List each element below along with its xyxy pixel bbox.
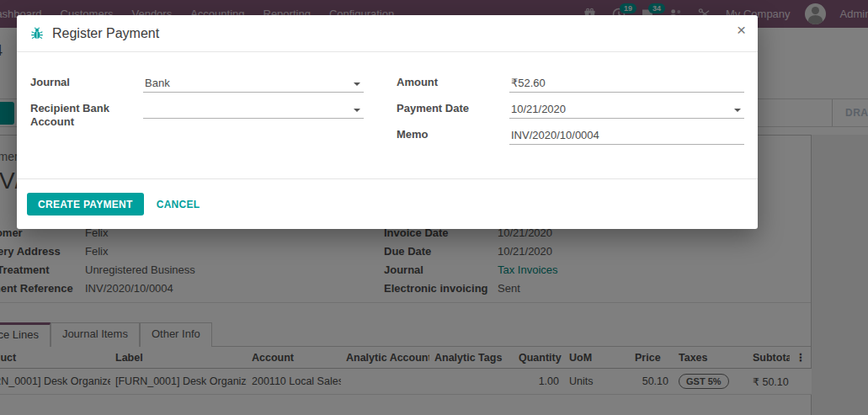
recipient-bank-select[interactable] (143, 100, 364, 119)
journal-select[interactable]: Bank (143, 74, 364, 93)
debug-bug-icon (30, 27, 44, 40)
payment-date-input[interactable]: 10/21/2020 (509, 100, 744, 119)
recipient-bank-field-label: Recipient Bank Account (30, 100, 143, 129)
dialog-footer: CREATE PAYMENT CANCEL (17, 178, 758, 229)
memo-input[interactable]: INV/2020/10/0004 (509, 126, 744, 145)
chevron-down-icon[interactable] (354, 109, 360, 112)
chevron-down-icon[interactable] (734, 109, 741, 112)
memo-value: INV/2020/10/0004 (511, 129, 743, 141)
dialog-body: Journal Bank Recipient Bank Account Amou… (17, 52, 758, 152)
dialog-title: Register Payment (52, 26, 159, 41)
close-icon[interactable]: × (737, 22, 746, 38)
amount-input[interactable]: ₹52.60 (509, 74, 744, 93)
cancel-button[interactable]: CANCEL (157, 199, 200, 210)
chevron-down-icon[interactable] (354, 82, 360, 86)
journal-select-value: Bank (145, 77, 352, 89)
payment-date-field-label: Payment Date (397, 100, 509, 120)
journal-field-label: Journal (30, 74, 143, 94)
payment-date-value: 10/21/2020 (511, 103, 732, 115)
dialog-header: Register Payment × (17, 15, 758, 52)
memo-field-label: Memo (397, 126, 509, 146)
amount-value: ₹52.60 (511, 77, 743, 89)
register-payment-dialog: Register Payment × Journal Bank Recipien… (17, 15, 758, 229)
amount-field-label: Amount (397, 74, 509, 94)
create-payment-button[interactable]: CREATE PAYMENT (27, 193, 144, 215)
